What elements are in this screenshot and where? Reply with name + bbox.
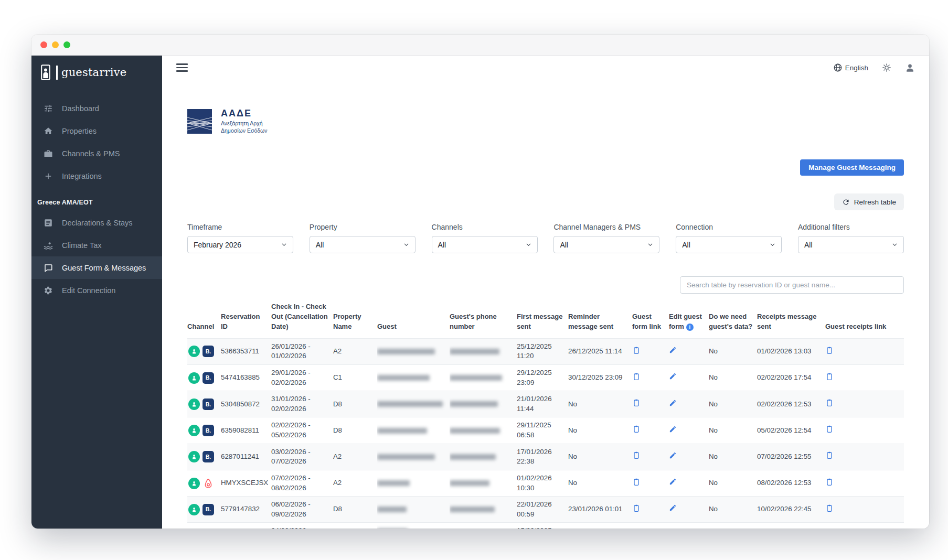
theme-toggle-button[interactable]	[882, 63, 891, 72]
column-header-property-name: Property Name	[333, 299, 377, 338]
first-message-sent: 15/09/2025 16:00	[517, 523, 568, 529]
reminder-message-sent: 30/12/2025 23:09	[568, 365, 632, 391]
channel-cell: B.	[188, 372, 217, 384]
zoom-window-button[interactable]	[63, 41, 70, 48]
guest-receipts-link-copy-button[interactable]	[825, 425, 834, 433]
climate-waves-icon	[43, 240, 53, 250]
account-button[interactable]	[905, 63, 915, 73]
guest-receipts-link-copy-button[interactable]	[825, 504, 834, 512]
column-header-first-message-sent: First message sent	[517, 299, 568, 338]
edit-guest-form-button[interactable]	[669, 372, 677, 380]
channel-cell: B.	[188, 346, 217, 357]
need-guest-data: No	[709, 497, 757, 523]
guest-messages-table: ChannelReservation IDCheck In - Check Ou…	[187, 299, 904, 529]
receipts-message-sent: 05/02/2026 12:54	[757, 417, 825, 444]
filter-selected-value: All	[804, 241, 813, 249]
guest-form-link-copy-button[interactable]	[632, 399, 641, 407]
guest-phone-redacted	[450, 417, 517, 444]
guest-form-link-copy-button[interactable]	[632, 451, 641, 459]
filter-select-property[interactable]: All	[310, 236, 416, 253]
sidebar-item-label: Edit Connection	[62, 286, 115, 295]
reminder-message-sent: No	[568, 470, 632, 496]
guest-form-link-copy-button[interactable]	[632, 346, 641, 354]
sidebar-item-edit-connection[interactable]: Edit Connection	[31, 279, 162, 301]
minimize-window-button[interactable]	[52, 41, 59, 48]
sidebar-item-declarations-stays[interactable]: Declarations & Stays	[31, 211, 162, 234]
edit-guest-form-button[interactable]	[669, 425, 677, 433]
guest-phone-redacted	[450, 365, 517, 391]
manage-guest-messaging-button[interactable]: Manage Guest Messaging	[800, 159, 904, 176]
sidebar-item-integrations[interactable]: Integrations	[31, 165, 162, 187]
filter-label: Channel Managers & PMS	[553, 223, 659, 231]
property-name: A2	[333, 444, 377, 470]
guest-form-link-copy-button[interactable]	[632, 504, 641, 512]
search-input[interactable]	[680, 276, 904, 294]
info-icon[interactable]: i	[686, 324, 694, 331]
filter-select-channel-managers-pms[interactable]: All	[553, 236, 659, 253]
guest-name-redacted	[377, 523, 450, 529]
table-row: HMYXSCEJSX07/02/2026 - 08/02/2026A201/02…	[187, 470, 904, 496]
guest-receipts-link-copy-button[interactable]	[825, 399, 834, 407]
briefcase-icon	[43, 148, 53, 158]
sidebar-item-climate-tax[interactable]: Climate Tax	[31, 234, 162, 256]
edit-guest-form-button[interactable]	[669, 504, 677, 512]
property-name: A2	[333, 470, 377, 496]
filter-select-channels[interactable]: All	[432, 236, 538, 253]
edit-guest-form-button[interactable]	[669, 346, 677, 354]
filter-connection: ConnectionAll	[676, 223, 782, 253]
guest-form-link-copy-button[interactable]	[632, 478, 641, 486]
channel-guestarrive-icon	[188, 372, 200, 384]
sidebar-item-label: Climate Tax	[62, 241, 101, 250]
filter-selected-value: All	[682, 241, 690, 249]
receipts-message-sent: 01/02/2026 13:03	[757, 338, 825, 364]
guest-name-redacted	[377, 391, 450, 417]
need-guest-data: No	[709, 391, 757, 417]
filter-select-timeframe[interactable]: February 2026	[187, 236, 293, 253]
edit-guest-form-button[interactable]	[669, 478, 677, 486]
refresh-table-button[interactable]: Refresh table	[834, 193, 904, 210]
guest-receipts-link-copy-button[interactable]	[825, 451, 834, 459]
refresh-table-label: Refresh table	[854, 198, 896, 206]
sidebar-item-channels-pms[interactable]: Channels & PMS	[31, 142, 162, 165]
guest-name-redacted	[377, 470, 450, 496]
language-label: English	[845, 64, 868, 72]
checkin-checkout-dates: 26/01/2026 - 01/02/2026	[271, 338, 333, 364]
guest-receipts-link-copy-button[interactable]	[825, 478, 834, 486]
filter-selected-value: February 2026	[194, 241, 241, 249]
filter-additional-filters: Additional filtersAll	[798, 223, 904, 253]
reminder-message-sent: No	[568, 523, 632, 529]
filter-select-additional-filters[interactable]: All	[798, 236, 904, 253]
table-row: B.628701124103/02/2026 - 07/02/2026A217/…	[187, 444, 904, 470]
need-guest-data: No	[709, 523, 757, 529]
sidebar-item-dashboard[interactable]: Dashboard	[31, 97, 162, 120]
channel-cell: B.	[188, 451, 217, 462]
column-header-reservation-id: Reservation ID	[221, 299, 271, 338]
guest-phone-redacted	[450, 391, 517, 417]
edit-guest-form-button[interactable]	[669, 399, 677, 407]
language-selector[interactable]: English	[834, 63, 868, 72]
guest-form-link-copy-button[interactable]	[632, 372, 641, 381]
guest-receipts-link-copy-button[interactable]	[825, 346, 834, 354]
chevron-down-icon	[892, 242, 898, 247]
checkin-checkout-dates: 31/01/2026 - 02/02/2026	[271, 391, 333, 417]
guest-receipts-link-copy-button[interactable]	[825, 372, 834, 381]
sidebar-item-properties[interactable]: Properties	[31, 120, 162, 142]
plus-icon	[43, 171, 53, 181]
chevron-down-icon	[281, 242, 287, 247]
receipts-message-sent: 08/02/2026 12:53	[757, 470, 825, 496]
guest-name-redacted	[377, 338, 450, 364]
channel-cell: B.	[188, 504, 217, 515]
guest-form-link-copy-button[interactable]	[632, 425, 641, 433]
menu-toggle-icon[interactable]	[176, 63, 188, 72]
close-window-button[interactable]	[40, 41, 47, 48]
first-message-sent: 21/01/2026 11:44	[517, 391, 568, 417]
filter-selected-value: All	[438, 241, 446, 249]
table-header-row: ChannelReservation IDCheck In - Check Ou…	[187, 299, 904, 338]
edit-guest-form-button[interactable]	[669, 451, 677, 459]
sidebar-item-guest-form-messages[interactable]: Guest Form & Messages	[31, 256, 162, 279]
receipts-message-sent: 02/02/2026 17:54	[757, 365, 825, 391]
need-guest-data: No	[709, 444, 757, 470]
aade-subtitle-line1: Ανεξάρτητη Αρχή	[221, 120, 268, 127]
sidebar-nav-main: DashboardPropertiesChannels & PMSIntegra…	[31, 97, 162, 187]
filter-select-connection[interactable]: All	[676, 236, 782, 253]
